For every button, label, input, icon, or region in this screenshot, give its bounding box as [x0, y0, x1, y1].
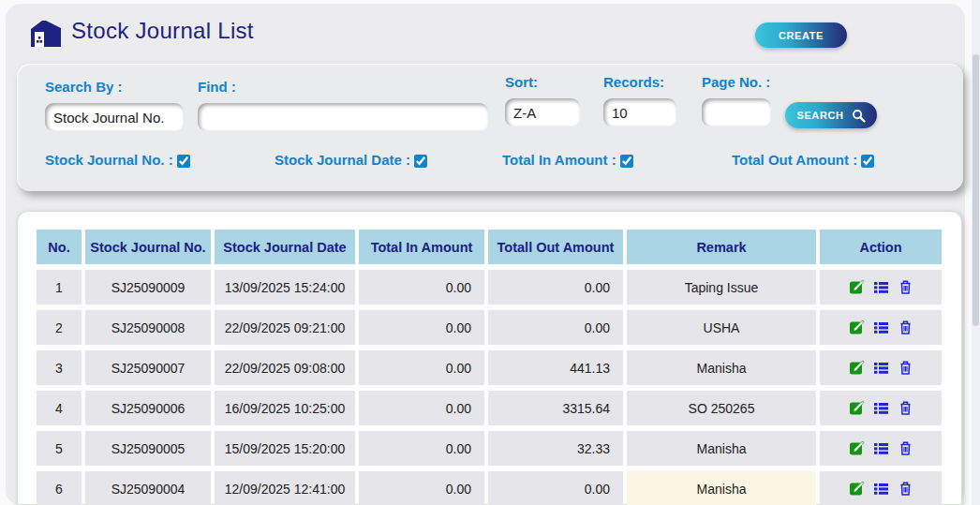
column-checkbox[interactable]	[177, 155, 190, 168]
column-header: No.	[37, 230, 82, 264]
column-checkbox[interactable]	[414, 155, 427, 168]
edit-icon[interactable]	[849, 400, 865, 416]
edit-icon[interactable]	[849, 440, 865, 456]
find-label: Find :	[198, 79, 236, 95]
journal-no-cell: SJ25090005	[85, 431, 211, 466]
search-by-field[interactable]	[45, 103, 184, 131]
find-input[interactable]	[198, 103, 488, 131]
sort-label: Sort:	[505, 74, 538, 90]
remark-cell: Taping Issue	[627, 270, 816, 304]
stock-journal-table: No.Stock Journal No.Stock Journal DateTo…	[37, 230, 942, 505]
journal-date-cell: 15/09/2025 15:20:00	[215, 431, 355, 466]
total-out-cell: 0.00	[488, 270, 623, 304]
detail-list-icon[interactable]	[873, 279, 889, 295]
total-out-cell: 0.00	[488, 471, 623, 505]
total-out-cell: 3315.64	[488, 391, 623, 425]
row-number-cell: 6	[37, 471, 82, 505]
row-number-cell: 1	[37, 270, 82, 304]
create-button[interactable]: CREATE	[755, 22, 847, 48]
total-in-cell: 0.00	[359, 310, 484, 345]
journal-no-cell: SJ25090004	[85, 471, 211, 505]
action-cell	[820, 431, 942, 466]
column-checkbox[interactable]	[620, 155, 633, 168]
total-out-cell: 32.33	[488, 431, 623, 466]
journal-date-cell: 13/09/2025 15:24:00	[215, 270, 355, 304]
edit-icon[interactable]	[849, 279, 865, 295]
total-out-cell: 0.00	[488, 310, 623, 345]
checkbox-label: Stock Journal No. :	[45, 152, 173, 168]
total-in-cell: 0.00	[359, 350, 484, 385]
action-cell	[820, 270, 942, 304]
row-number-cell: 4	[37, 391, 82, 425]
total-out-cell: 441.13	[488, 350, 623, 385]
action-cell	[820, 391, 942, 425]
vertical-scrollbar-thumb[interactable]	[973, 54, 979, 326]
row-number-cell: 2	[37, 310, 82, 345]
edit-icon[interactable]	[849, 360, 865, 376]
total-in-cell: 0.00	[359, 431, 484, 466]
detail-list-icon[interactable]	[873, 360, 889, 376]
column-header: Stock Journal Date	[215, 230, 355, 264]
edit-icon[interactable]	[849, 481, 865, 497]
stock-journal-list-page: Stock Journal List CREATE Search By : Fi…	[0, 0, 980, 505]
column-checkbox-item: Stock Journal No. :	[45, 152, 190, 168]
column-header: Action	[820, 230, 942, 264]
column-header: Remark	[627, 230, 816, 264]
journal-no-cell: SJ25090008	[85, 310, 211, 345]
row-number-cell: 5	[37, 431, 82, 466]
column-checkbox[interactable]	[861, 155, 874, 168]
main-card: Stock Journal List CREATE Search By : Fi…	[6, 4, 965, 505]
remark-cell: SO 250265	[627, 391, 816, 425]
page-no-input[interactable]	[702, 98, 771, 126]
action-cell	[820, 471, 942, 505]
delete-icon[interactable]	[898, 279, 913, 295]
action-cell	[820, 350, 942, 385]
page-no-label: Page No. :	[702, 74, 770, 90]
search-button-label: SEARCH	[796, 110, 843, 121]
checkbox-label: Stock Journal Date :	[275, 152, 410, 168]
delete-icon[interactable]	[898, 440, 913, 456]
column-header: Totall Out Amount	[488, 230, 623, 264]
journal-no-cell: SJ25090007	[85, 350, 211, 385]
page-title: Stock Journal List	[71, 18, 254, 44]
detail-list-icon[interactable]	[873, 400, 889, 416]
search-icon	[852, 109, 866, 123]
journal-no-cell: SJ25090009	[85, 270, 211, 304]
column-checkbox-item: Total In Amount :	[502, 152, 633, 168]
action-cell	[820, 310, 942, 345]
search-button[interactable]: SEARCH	[785, 102, 877, 128]
delete-icon[interactable]	[898, 319, 913, 335]
column-checkbox-item: Stock Journal Date :	[275, 152, 427, 168]
delete-icon[interactable]	[898, 360, 913, 376]
records-input[interactable]	[603, 98, 676, 126]
total-in-cell: 0.00	[359, 270, 484, 304]
edit-icon[interactable]	[849, 319, 865, 335]
column-checkbox-item: Total Out Amount :	[732, 152, 874, 168]
remark-cell: Manisha	[627, 431, 816, 466]
header-bar: Stock Journal List CREATE	[28, 17, 956, 54]
vertical-scrollbar[interactable]	[972, 0, 980, 505]
column-header: Stock Journal No.	[85, 230, 211, 264]
records-label: Records:	[603, 74, 664, 90]
checkbox-label: Total In Amount :	[502, 152, 616, 168]
search-panel: Search By : Find : Sort: Records: Page N…	[17, 64, 963, 191]
remark-cell: Manisha	[627, 471, 816, 505]
remark-cell: USHA	[627, 310, 816, 345]
table-card: No.Stock Journal No.Stock Journal DateTo…	[17, 211, 962, 505]
delete-icon[interactable]	[898, 481, 913, 497]
detail-list-icon[interactable]	[873, 440, 889, 456]
delete-icon[interactable]	[898, 400, 913, 416]
detail-list-icon[interactable]	[873, 319, 889, 335]
total-in-cell: 0.00	[359, 471, 484, 505]
row-number-cell: 3	[37, 350, 82, 385]
remark-cell: Manisha	[627, 350, 816, 385]
journal-date-cell: 16/09/2025 10:25:00	[215, 391, 355, 425]
detail-list-icon[interactable]	[873, 481, 889, 497]
search-by-label: Search By :	[45, 79, 123, 95]
warehouse-icon	[30, 20, 62, 48]
checkbox-label: Total Out Amount :	[732, 152, 857, 168]
total-in-cell: 0.00	[359, 391, 484, 425]
sort-input[interactable]	[505, 98, 580, 126]
journal-date-cell: 12/09/2025 12:41:00	[215, 471, 355, 505]
journal-date-cell: 22/09/2025 09:08:00	[215, 350, 355, 385]
